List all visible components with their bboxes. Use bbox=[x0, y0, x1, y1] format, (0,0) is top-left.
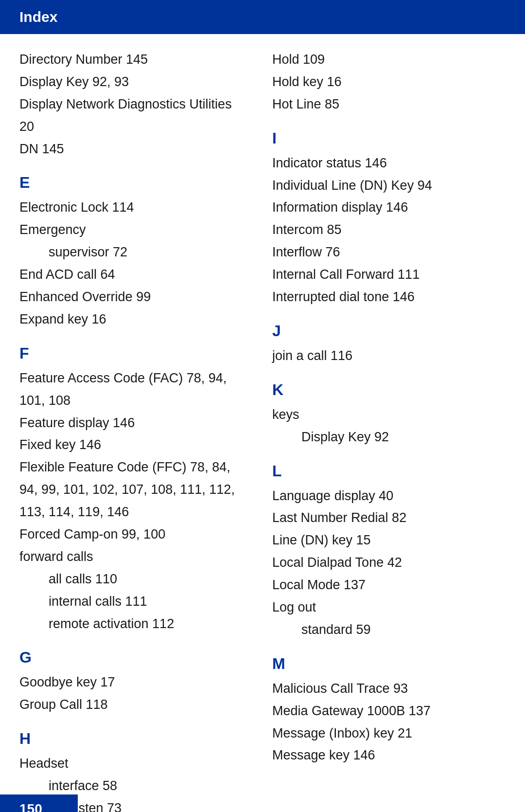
index-item: Last Number Redial 82 bbox=[272, 507, 506, 529]
index-item: Message (Inbox) key 21 bbox=[272, 722, 506, 745]
index-item: Forced Camp-on 99, 100 bbox=[19, 523, 243, 546]
section-letter-f: F bbox=[19, 344, 243, 362]
index-section: Hold 109Hold key 16Hot Line 85 bbox=[272, 49, 506, 116]
index-section: Directory Number 145Display Key 92, 93Di… bbox=[19, 49, 243, 160]
index-item: Fixed key 146 bbox=[19, 434, 243, 456]
index-item: Information display 146 bbox=[272, 197, 506, 219]
index-item: Feature display 146 bbox=[19, 412, 243, 434]
index-section: FFeature Access Code (FAC) 78, 94, 101, … bbox=[19, 344, 243, 635]
index-section: MMalicious Call Trace 93Media Gateway 10… bbox=[272, 655, 506, 767]
index-section: LLanguage display 40Last Number Redial 8… bbox=[272, 462, 506, 641]
index-item: Flexible Feature Code (FFC) 78, 84, 94, … bbox=[19, 456, 243, 523]
index-item: Message key 146 bbox=[272, 744, 506, 767]
index-item: Interflow 76 bbox=[272, 241, 506, 264]
index-item: standard 59 bbox=[272, 619, 506, 641]
index-item: Hold key 16 bbox=[272, 71, 506, 93]
index-item: Indicator status 146 bbox=[272, 152, 506, 175]
index-section: IIndicator status 146Individual Line (DN… bbox=[272, 129, 506, 308]
index-item: Directory Number 145 bbox=[19, 49, 243, 71]
index-item: supervisor 72 bbox=[19, 241, 243, 264]
index-item: Internal Call Forward 111 bbox=[272, 264, 506, 286]
index-item: Display Network Diagnostics Utilities 20 bbox=[19, 93, 243, 138]
index-item: forward calls bbox=[19, 546, 243, 568]
left-column: Directory Number 145Display Key 92, 93Di… bbox=[19, 49, 262, 812]
index-item: Hold 109 bbox=[272, 49, 506, 71]
index-item: Display Key 92 bbox=[272, 426, 506, 449]
header-title: Index bbox=[19, 9, 57, 25]
page-number: 150 bbox=[19, 801, 42, 812]
index-item: DN 145 bbox=[19, 138, 243, 161]
footer-bar: 150 bbox=[0, 794, 78, 812]
index-item: Local Dialpad Tone 42 bbox=[272, 552, 506, 574]
index-item: Group Call 118 bbox=[19, 694, 243, 716]
content-area: Directory Number 145Display Key 92, 93Di… bbox=[0, 49, 525, 812]
header-bar: Index bbox=[0, 0, 525, 34]
index-item: Log out bbox=[272, 596, 506, 619]
index-item: remote activation 112 bbox=[19, 613, 243, 635]
index-item: Individual Line (DN) Key 94 bbox=[272, 175, 506, 197]
index-item: Line (DN) key 15 bbox=[272, 529, 506, 552]
section-letter-k: K bbox=[272, 381, 506, 399]
index-section: KkeysDisplay Key 92 bbox=[272, 381, 506, 449]
index-item: Malicious Call Trace 93 bbox=[272, 678, 506, 700]
index-item: Local Mode 137 bbox=[272, 574, 506, 596]
section-letter-e: E bbox=[19, 174, 243, 192]
index-section: GGoodbye key 17Group Call 118 bbox=[19, 649, 243, 716]
index-item: all calls 110 bbox=[19, 568, 243, 591]
section-letter-h: H bbox=[19, 730, 243, 748]
index-item: Headset bbox=[19, 753, 243, 775]
section-letter-m: M bbox=[272, 655, 506, 673]
index-item: Language display 40 bbox=[272, 485, 506, 507]
index-item: Intercom 85 bbox=[272, 219, 506, 241]
index-item: Enhanced Override 99 bbox=[19, 286, 243, 308]
index-item: keys bbox=[272, 404, 506, 426]
section-letter-i: I bbox=[272, 129, 506, 147]
index-section: Jjoin a call 116 bbox=[272, 322, 506, 367]
section-letter-g: G bbox=[19, 649, 243, 667]
index-item: Expand key 16 bbox=[19, 308, 243, 331]
index-item: join a call 116 bbox=[272, 345, 506, 367]
index-section: EElectronic Lock 114Emergencysupervisor … bbox=[19, 174, 243, 330]
index-item: Emergency bbox=[19, 219, 243, 241]
index-item: Electronic Lock 114 bbox=[19, 197, 243, 219]
index-item: Feature Access Code (FAC) 78, 94, 101, 1… bbox=[19, 367, 243, 412]
index-item: Interrupted dial tone 146 bbox=[272, 286, 506, 308]
index-item: Goodbye key 17 bbox=[19, 671, 243, 694]
section-letter-l: L bbox=[272, 462, 506, 480]
index-item: Hot Line 85 bbox=[272, 93, 506, 116]
index-item: internal calls 111 bbox=[19, 591, 243, 613]
section-letter-j: J bbox=[272, 322, 506, 340]
index-item: End ACD call 64 bbox=[19, 264, 243, 286]
index-item: Display Key 92, 93 bbox=[19, 71, 243, 93]
index-item: Media Gateway 1000B 137 bbox=[272, 700, 506, 722]
right-column: Hold 109Hold key 16Hot Line 85IIndicator… bbox=[262, 49, 506, 812]
